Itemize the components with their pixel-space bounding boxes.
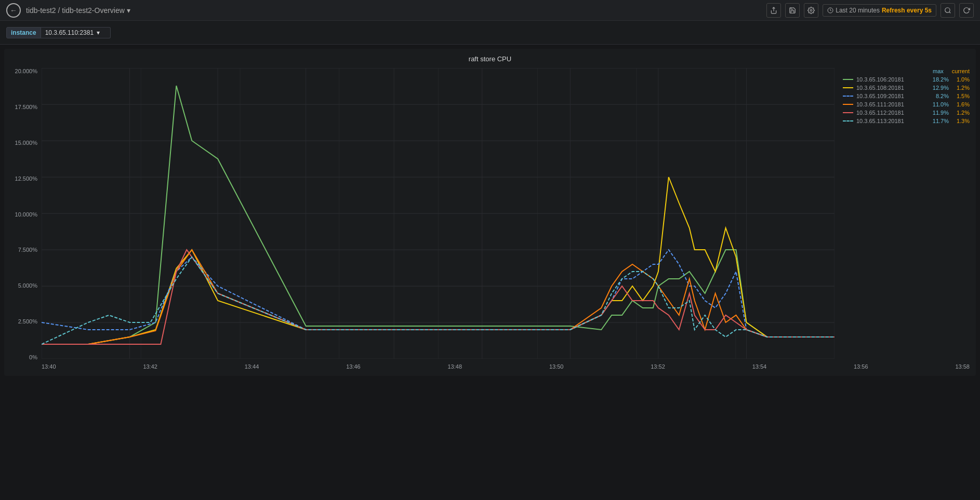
chart-inner: 20.000%17.500%15.000%12.500%10.000%7.500… (10, 68, 970, 360)
legend-item[interactable]: 10.3.65.111:2018111.0%1.6% (843, 101, 970, 107)
toolbar: instance 10.3.65.110:2381 ▾ (0, 21, 980, 45)
legend-current-header: current (952, 68, 970, 74)
refresh-button[interactable] (959, 3, 974, 18)
legend-series-max: 11.9% (928, 110, 949, 116)
time-range-selector[interactable]: Last 20 minutes Refresh every 5s (823, 4, 936, 17)
legend-area: max current 10.3.65.106:2018118.2%1.0%10… (835, 68, 970, 360)
chart-title: raft store CPU (10, 55, 970, 63)
legend-series-current: 1.6% (949, 101, 970, 107)
x-axis-label: 13:58 (955, 363, 970, 370)
back-button[interactable]: ← (6, 3, 21, 18)
header-actions: Last 20 minutes Refresh every 5s (766, 3, 974, 18)
legend-series-current: 1.3% (949, 118, 970, 124)
y-axis: 20.000%17.500%15.000%12.500%10.000%7.500… (10, 68, 42, 360)
svg-line-4 (949, 11, 951, 13)
clock-icon (827, 7, 833, 13)
x-axis-label: 13:56 (854, 363, 868, 370)
chart-svg (42, 68, 835, 359)
legend-max-header: max (933, 68, 944, 74)
legend-series-name: 10.3.65.113:20181 (856, 118, 924, 124)
x-axis-label: 13:50 (549, 363, 564, 370)
back-icon: ← (10, 6, 17, 15)
svg-point-3 (945, 7, 950, 12)
legend-series-max: 18.2% (928, 76, 949, 83)
legend-line-color (843, 104, 853, 105)
legend-series-name: 10.3.65.109:20181 (856, 93, 924, 99)
legend-series-current: 1.0% (949, 76, 970, 83)
y-axis-label: 7.500% (10, 247, 37, 253)
x-axis-label: 13:46 (346, 363, 361, 370)
y-axis-label: 0% (10, 354, 37, 360)
time-range-label: Last 20 minutes (836, 7, 880, 14)
y-axis-label: 10.000% (10, 211, 37, 218)
save-button[interactable] (785, 3, 800, 18)
legend-series-max: 8.2% (928, 93, 949, 99)
x-axis-label: 13:44 (245, 363, 259, 370)
legend-series-name: 10.3.65.112:20181 (856, 110, 924, 116)
breadcrumb: tidb-test2 / tidb-test2-Overview ▾ (26, 6, 766, 15)
legend-series-name: 10.3.65.108:20181 (856, 85, 924, 91)
legend-line-color (843, 96, 853, 97)
legend-item[interactable]: 10.3.65.108:2018112.9%1.2% (843, 85, 970, 91)
header: ← tidb-test2 / tidb-test2-Overview ▾ (0, 0, 980, 21)
settings-button[interactable] (804, 3, 818, 18)
svg-point-1 (810, 9, 812, 11)
x-axis-label: 13:54 (752, 363, 767, 370)
legend-series-name: 10.3.65.106:20181 (856, 76, 924, 83)
breadcrumb-arrow: ▾ (127, 6, 130, 15)
legend-series-current: 1.2% (949, 110, 970, 116)
x-axis-label: 13:52 (651, 363, 665, 370)
legend-item[interactable]: 10.3.65.106:2018118.2%1.0% (843, 76, 970, 83)
legend-item[interactable]: 10.3.65.113:2018111.7%1.3% (843, 118, 970, 124)
share-button[interactable] (766, 3, 781, 18)
legend-series-max: 11.0% (928, 101, 949, 107)
y-axis-label: 5.000% (10, 282, 37, 289)
breadcrumb-text: tidb-test2 / tidb-test2-Overview (26, 6, 125, 15)
instance-dropdown[interactable]: 10.3.65.110:2381 ▾ (41, 27, 111, 38)
legend-line-color (843, 112, 853, 113)
search-button[interactable] (941, 3, 955, 18)
x-axis-label: 13:42 (143, 363, 157, 370)
instance-value: 10.3.65.110:2381 (45, 29, 94, 36)
x-axis: 13:4013:4213:4413:4613:4813:5013:5213:54… (10, 360, 970, 370)
legend-line-color (843, 87, 853, 88)
x-axis-label: 13:48 (448, 363, 462, 370)
y-axis-label: 15.000% (10, 140, 37, 146)
y-axis-label: 17.500% (10, 104, 37, 110)
x-axis-label: 13:40 (42, 363, 56, 370)
legend-header: max current (843, 68, 970, 74)
chevron-down-icon: ▾ (97, 29, 100, 36)
legend-series-max: 12.9% (928, 85, 949, 91)
legend-line-color (843, 79, 853, 80)
legend-series-max: 11.7% (928, 118, 949, 124)
legend-item[interactable]: 10.3.65.112:2018111.9%1.2% (843, 110, 970, 116)
chart-area[interactable] (42, 68, 835, 360)
legend-series-current: 1.5% (949, 93, 970, 99)
chart-container: raft store CPU 20.000%17.500%15.000%12.5… (4, 49, 976, 376)
refresh-label: Refresh every 5s (882, 7, 932, 14)
y-axis-label: 20.000% (10, 68, 37, 74)
legend-series-current: 1.2% (949, 85, 970, 91)
instance-label: instance (6, 27, 41, 38)
legend-item[interactable]: 10.3.65.109:201818.2%1.5% (843, 93, 970, 99)
legend-series-name: 10.3.65.111:20181 (856, 101, 924, 107)
y-axis-label: 2.500% (10, 318, 37, 325)
legend-line-color (843, 120, 853, 121)
y-axis-label: 12.500% (10, 175, 37, 182)
